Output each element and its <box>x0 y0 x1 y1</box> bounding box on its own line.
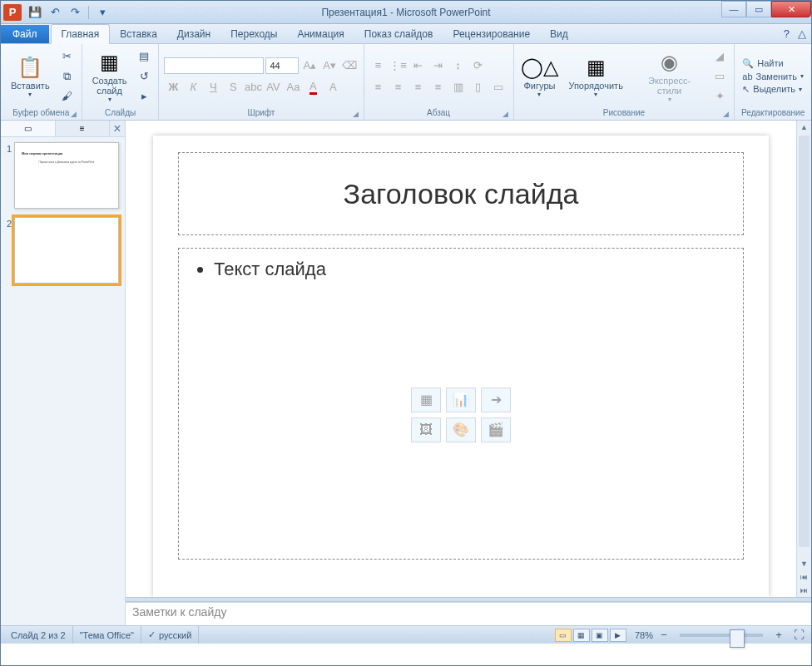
shadow-button[interactable]: abc <box>244 78 262 96</box>
dialog-launcher-icon[interactable]: ◢ <box>723 110 729 118</box>
qat-customize[interactable]: ▾ <box>94 4 111 21</box>
tab-animations[interactable]: Анимация <box>287 25 354 43</box>
thumbnail-item[interactable]: 2 <box>2 217 123 284</box>
align-center-button[interactable]: ≡ <box>389 78 408 96</box>
tab-insert[interactable]: Вставка <box>110 25 167 43</box>
tab-slideshow[interactable]: Показ слайдов <box>354 25 443 43</box>
font-family-combo[interactable] <box>164 57 264 74</box>
font-size-combo[interactable] <box>265 57 299 74</box>
help-icon[interactable]: ? <box>784 27 790 40</box>
pane-close-icon[interactable]: × <box>110 121 125 136</box>
layout-button[interactable]: ▤ <box>135 47 153 66</box>
align-text-button[interactable]: ▯ <box>469 78 488 96</box>
slide-canvas[interactable]: Заголовок слайда Текст слайда ▦ 📊 ➜ 🖼 🎨 … <box>153 136 769 597</box>
slide-thumbnail[interactable] <box>14 217 119 284</box>
shape-fill-button[interactable]: ◢ <box>710 47 729 66</box>
outline-tab[interactable]: ≡ <box>56 121 111 136</box>
insert-clipart-icon[interactable]: 🎨 <box>446 417 476 442</box>
notes-pane[interactable]: Заметки к слайду <box>126 602 811 625</box>
status-theme[interactable]: "Тема Office" <box>73 626 141 644</box>
arrange-button[interactable]: ▦ Упорядочить ▾ <box>563 46 627 106</box>
numbering-button[interactable]: ⋮≡ <box>389 57 408 75</box>
char-spacing-button[interactable]: AV <box>264 78 282 96</box>
tab-transitions[interactable]: Переходы <box>220 25 287 43</box>
zoom-in-button[interactable]: + <box>770 626 788 644</box>
insert-picture-icon[interactable]: 🖼 <box>411 417 441 442</box>
vertical-scrollbar[interactable]: ▲ ▼ ⏮ ⏭ <box>796 121 811 597</box>
undo-button[interactable]: ↶ <box>47 4 63 21</box>
zoom-thumb[interactable] <box>730 629 745 648</box>
slideshow-view-button[interactable]: ▶ <box>610 629 626 642</box>
slide-thumbnail[interactable]: Моя первая презентация Первые шаги в Дом… <box>14 142 119 209</box>
underline-button[interactable]: Ч <box>204 78 222 96</box>
section-button[interactable]: ▸ <box>135 87 153 106</box>
tab-home[interactable]: Главная <box>51 24 111 44</box>
insert-smartart-icon[interactable]: ➜ <box>481 387 511 412</box>
shape-outline-button[interactable]: ▭ <box>710 67 729 86</box>
maximize-button[interactable]: ▭ <box>746 1 771 17</box>
insert-media-icon[interactable]: 🎬 <box>481 417 511 442</box>
minimize-button[interactable]: — <box>721 1 746 17</box>
status-slide[interactable]: Слайд 2 из 2 <box>4 626 73 644</box>
align-left-button[interactable]: ≡ <box>369 78 388 96</box>
content-placeholder[interactable]: Текст слайда ▦ 📊 ➜ 🖼 🎨 🎬 <box>178 248 744 560</box>
tab-review[interactable]: Рецензирование <box>443 25 540 43</box>
next-slide-icon[interactable]: ⏭ <box>797 584 811 597</box>
scroll-up-icon[interactable]: ▲ <box>797 121 811 134</box>
align-right-button[interactable]: ≡ <box>409 78 428 96</box>
zoom-out-button[interactable]: − <box>655 626 673 644</box>
font-color-button[interactable]: A <box>304 78 322 96</box>
file-tab[interactable]: Файл <box>1 25 49 43</box>
columns-button[interactable]: ▥ <box>449 78 468 96</box>
decrease-font-icon[interactable]: A▾ <box>320 57 339 75</box>
tab-design[interactable]: Дизайн <box>167 25 220 43</box>
paste-button[interactable]: 📋 Вставить ▾ <box>6 46 55 106</box>
zoom-label[interactable]: 78% <box>635 630 653 640</box>
italic-button[interactable]: К <box>184 78 202 96</box>
change-case-button[interactable]: Aa <box>284 78 302 96</box>
shape-effects-button[interactable]: ✦ <box>710 87 729 106</box>
slide-area[interactable]: Заголовок слайда Текст слайда ▦ 📊 ➜ 🖼 🎨 … <box>126 121 796 597</box>
strike-button[interactable]: S <box>224 78 242 96</box>
dialog-launcher-icon[interactable]: ◢ <box>353 110 359 118</box>
shapes-button[interactable]: ◯△ Фигуры ▾ <box>519 46 561 106</box>
sorter-view-button[interactable]: ▦ <box>573 629 590 642</box>
new-slide-button[interactable]: ▦ Создать слайд ▾ <box>87 46 132 106</box>
highlight-button[interactable]: A <box>324 78 342 96</box>
normal-view-button[interactable]: ▭ <box>555 629 572 642</box>
reading-view-button[interactable]: ▣ <box>592 629 608 642</box>
text-direction-button[interactable]: ⟳ <box>469 57 488 75</box>
find-button[interactable]: 🔍Найти <box>740 57 806 70</box>
scrollbar-track[interactable] <box>799 136 810 547</box>
redo-button[interactable]: ↷ <box>67 4 83 21</box>
justify-button[interactable]: ≡ <box>429 78 448 96</box>
increase-indent-button[interactable]: ⇥ <box>429 57 448 75</box>
cut-button[interactable]: ✂ <box>58 47 77 66</box>
smartart-button[interactable]: ▭ <box>489 78 508 96</box>
bold-button[interactable]: Ж <box>164 78 182 96</box>
tab-view[interactable]: Вид <box>540 25 578 43</box>
ribbon-collapse-icon[interactable]: △ <box>798 27 806 40</box>
zoom-slider[interactable] <box>680 634 763 637</box>
scroll-down-icon[interactable]: ▼ <box>797 557 811 570</box>
reset-button[interactable]: ↺ <box>135 67 153 86</box>
dialog-launcher-icon[interactable]: ◢ <box>503 110 508 118</box>
select-button[interactable]: ↖Выделить ▾ <box>740 83 806 96</box>
close-button[interactable]: ✕ <box>771 1 811 17</box>
format-painter-button[interactable]: 🖌 <box>58 87 77 106</box>
prev-slide-icon[interactable]: ⏮ <box>797 570 811 584</box>
replace-button[interactable]: abЗаменить ▾ <box>740 71 806 82</box>
dialog-launcher-icon[interactable]: ◢ <box>71 110 77 118</box>
fit-to-window-button[interactable]: ⛶ <box>790 626 808 644</box>
insert-table-icon[interactable]: ▦ <box>411 387 441 412</box>
clear-format-icon[interactable]: ⌫ <box>340 57 359 75</box>
quick-styles-button[interactable]: ◉ Экспресс-стили ▾ <box>631 46 707 106</box>
status-language[interactable]: ✓русский <box>141 626 199 644</box>
insert-chart-icon[interactable]: 📊 <box>446 387 476 412</box>
increase-font-icon[interactable]: A▴ <box>300 57 319 75</box>
bullets-button[interactable]: ≡ <box>369 57 388 75</box>
slides-tab[interactable]: ▭ <box>1 121 56 136</box>
thumbnail-item[interactable]: 1 Моя первая презентация Первые шаги в Д… <box>2 142 123 209</box>
line-spacing-button[interactable]: ↕ <box>449 57 468 75</box>
title-placeholder[interactable]: Заголовок слайда <box>178 152 744 235</box>
